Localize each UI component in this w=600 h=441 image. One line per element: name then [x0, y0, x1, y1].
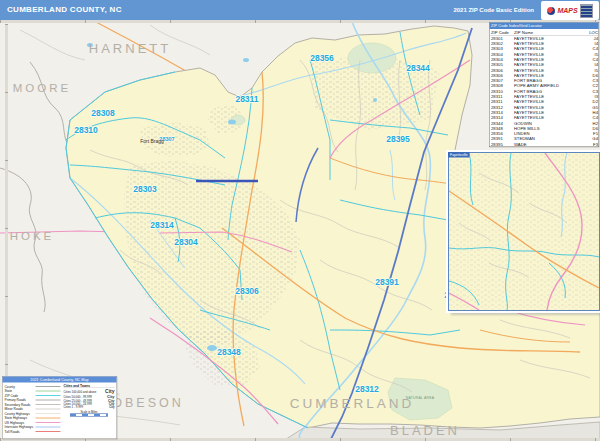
title-bar: CUMBERLAND COUNTY, NC 2021 ZIP Code Basi… [0, 0, 600, 20]
inset-map-fayetteville [448, 152, 600, 311]
legend-city-item: Cities 1 - 9,999City [64, 405, 115, 408]
edition-label: 2021 ZIP Code Basic Edition [453, 7, 534, 13]
col-zip-name: ZIP Name [514, 29, 580, 35]
zip-code-index-table: ZIP Code Index/Grid Locator ZIP Code ZIP… [489, 22, 598, 150]
legend-city-items: Cities 100,000 and aboveCityCities 50,00… [64, 389, 115, 409]
table-row: 28395WADEF3 [490, 141, 599, 146]
globe-icon [547, 7, 555, 15]
map-legend: 2021 Cumberland County, NC Map CountySta… [2, 376, 116, 438]
inset-title-tab: Fayetteville [448, 152, 491, 163]
zip-table-body: 28301FAYETTEVILLEJ428302FAYETTEVILLEI428… [490, 36, 599, 147]
col-loc: LOC [580, 29, 598, 35]
map-grid-ticks-left [5, 24, 8, 434]
col-zip-code: ZIP Code [491, 29, 514, 35]
map-page: 2835628344283112830828310283072839528303… [0, 0, 600, 441]
page-title: CUMBERLAND COUNTY, NC [7, 5, 122, 14]
logo-block-icon [580, 4, 593, 18]
legend-line-items: CountyStateZIP CodePrimary RoadsSecondar… [5, 384, 61, 434]
legend-item-toll-roads: Toll Roads [5, 429, 61, 434]
scale-bar-graphic [70, 414, 108, 417]
marketmaps-logo: MAPS [541, 1, 599, 20]
legend-cities-header: Cities and Towns [64, 384, 115, 388]
logo-brand-text: MAPS [557, 7, 577, 14]
scale-bar: Scale in Miles [64, 410, 115, 417]
